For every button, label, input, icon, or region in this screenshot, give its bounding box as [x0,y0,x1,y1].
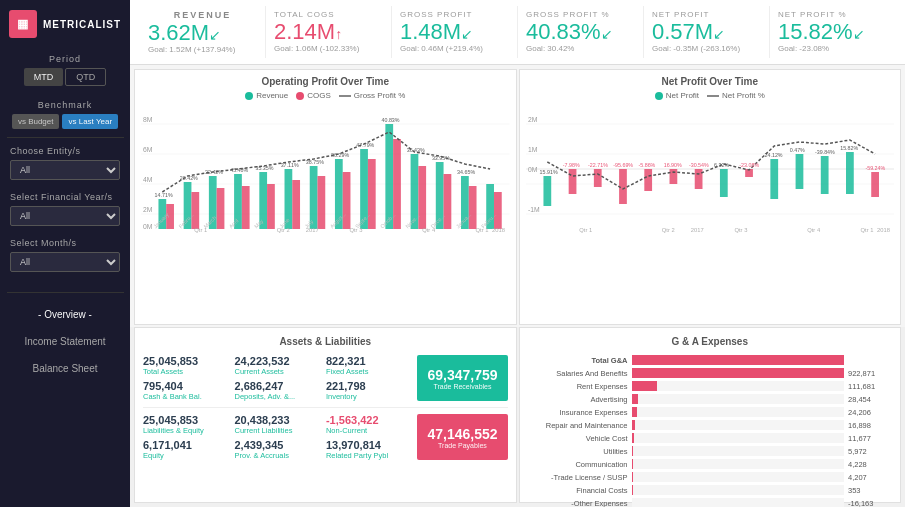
svg-text:Qtr 3: Qtr 3 [734,227,748,233]
mtd-button[interactable]: MTD [24,68,64,86]
svg-text:1M: 1M [527,146,537,153]
kpi-gpct-value: 40.83%↙ [526,21,635,43]
legend-revenue-dot [245,92,253,100]
svg-text:36.43%: 36.43% [407,147,425,153]
non-current-label: Non-Current [326,426,411,435]
svg-text:Qtr 1: Qtr 1 [579,227,592,233]
inventory-cell: 221,798 Inventory [326,380,411,401]
related-cell: 13,970,814 Related Party Pybl [326,439,411,460]
kpi-gp-value: 1.48M↙ [400,21,509,43]
non-current-value: -1,563,422 [326,414,411,426]
op-chart-title: Operating Profit Over Time [141,76,510,87]
ga-bar [632,381,658,391]
nav-income[interactable]: Income Statement [0,328,130,355]
entity-select[interactable]: All [10,160,120,180]
svg-rect-83 [820,156,828,194]
kpi-gpct-label: Gross Profit % [526,10,635,19]
ga-row-value: 16,898 [848,421,892,430]
svg-rect-85 [871,172,879,197]
kpi-net-pct: Net Profit % 15.82%↙ Goal: -23.08% [770,6,895,58]
svg-rect-28 [292,180,300,229]
gpct-arrow: ↙ [601,26,613,42]
svg-text:35.35%: 35.35% [255,165,273,171]
non-current-cell: -1,563,422 Non-Current [326,414,411,435]
npct-arrow: ↙ [853,26,865,42]
ga-panel: G & A Expenses Total G&A Salaries And Be… [519,327,902,503]
trade-receivable-box: 69,347,759 Trade Receivables [417,355,507,401]
month-select[interactable]: All [10,252,120,272]
np-arrow: ↙ [713,26,725,42]
svg-rect-82 [795,154,803,189]
ga-row: -Other Expenses -16,163 [528,498,893,507]
ga-bar-wrap [632,381,845,391]
prov-cell: 2,439,345 Prov. & Accruals [234,439,319,460]
ga-row-label: Advertising [528,395,628,404]
fixed-assets-label: Fixed Assets [326,367,411,376]
nav-overview[interactable]: - Overview - [0,301,130,328]
liabilities-cell: 25,045,853 Liabilities & Equity [143,414,228,435]
cash-cell: 795,404 Cash & Bank Bal. [143,380,228,401]
ga-row-value: 5,972 [848,447,892,456]
total-assets-value: 25,045,853 [143,355,228,367]
current-assets-label: Current Assets [234,367,319,376]
legend-gp: Gross Profit % [339,91,406,100]
benchmark-label: Benchmark [38,100,93,110]
kpi-net-profit: Net Profit 0.57M↙ Goal: -0.35M (-263.16%… [644,6,770,58]
qtd-button[interactable]: QTD [65,68,106,86]
bench-last-button[interactable]: vs Last Year [62,114,118,129]
svg-text:Qtr 4: Qtr 4 [807,227,821,233]
legend-np-dot [655,92,663,100]
kpi-bar: REVENUE 3.62M↙ Goal: 1.52M (+137.94%) To… [130,0,905,65]
ga-row-value: 28,454 [848,395,892,404]
svg-rect-81 [770,159,778,199]
ga-bar [632,394,639,404]
ga-bar-wrap [632,407,845,417]
ga-bar-wrap [632,433,845,443]
svg-text:16.90%: 16.90% [663,162,681,168]
logo-text: METRICALIST [43,19,121,30]
svg-text:0M: 0M [143,223,153,230]
kpi-revenue-value: 3.62M↙ [148,22,257,44]
svg-text:-30.54%: -30.54% [688,162,708,168]
svg-text:0M: 0M [527,166,537,173]
ga-row-value: -16,163 [848,499,892,508]
svg-rect-92 [719,169,727,197]
deposits-value: 2,686,247 [234,380,319,392]
total-assets-cell: 25,045,853 Total Assets [143,355,228,376]
related-label: Related Party Pybl [326,451,411,460]
prov-label: Prov. & Accruals [234,451,319,460]
svg-rect-29 [317,176,325,229]
logo-icon: ▦ [9,10,37,38]
ga-bar [632,420,636,430]
ga-bar-wrap [632,485,845,495]
svg-rect-27 [267,184,275,229]
ga-bar [632,459,633,469]
ga-row-value: 24,206 [848,408,892,417]
assets-panel: Assets & Liabilities 25,045,853 Total As… [134,327,517,503]
main-content: REVENUE 3.62M↙ Goal: 1.52M (+137.94%) To… [130,0,905,507]
fy-select[interactable]: All [10,206,120,226]
current-assets-cell: 24,223,532 Current Assets [234,355,319,376]
ga-row: Financial Costs 353 [528,485,893,495]
ga-bar-wrap [632,498,845,507]
ga-bar-wrap [632,368,845,378]
ga-row: -Trade License / SUSP 4,207 [528,472,893,482]
ga-title: G & A Expenses [528,336,893,347]
fixed-assets-cell: 822,321 Fixed Assets [326,355,411,376]
fy-label: Select Financial Year/s [10,192,120,202]
svg-rect-34 [444,174,452,229]
fixed-assets-value: 822,321 [326,355,411,367]
op-chart-panel: Operating Profit Over Time Revenue COGS … [134,69,517,325]
nav-balance[interactable]: Balance Sheet [0,355,130,382]
current-liabilities-cell: 20,438,233 Current Liabilities [234,414,319,435]
svg-text:-59.24%: -59.24% [865,165,885,171]
logo: ▦ METRICALIST [9,10,121,38]
ga-row-label: Vehicle Cost [528,434,628,443]
benchmark-buttons: vs Budget vs Last Year [12,114,118,129]
inventory-label: Inventory [326,392,411,401]
bench-budget-button[interactable]: vs Budget [12,114,60,129]
svg-text:33.95%: 33.95% [432,155,450,161]
svg-text:36.29%: 36.29% [331,152,349,158]
kpi-cogs-label: Total COGS [274,10,383,19]
period-label: Period [49,54,81,64]
